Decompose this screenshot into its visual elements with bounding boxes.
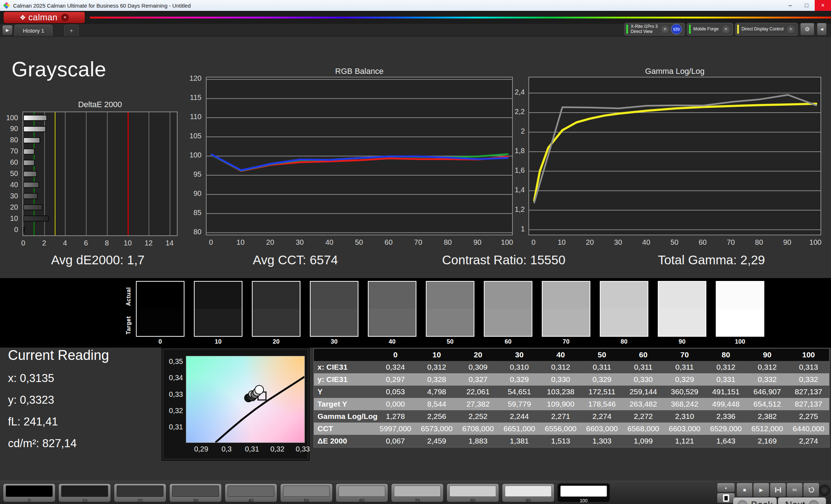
- probe-status-accent: [626, 25, 628, 34]
- table-cell: 263,482: [623, 400, 664, 408]
- table-cell: 2,272: [623, 412, 664, 421]
- table-cell: 1,883: [457, 437, 499, 445]
- swatch-70: [542, 281, 590, 337]
- deltae-bar-70: [23, 148, 35, 155]
- y-tick-label: 20: [0, 203, 18, 211]
- refresh-button[interactable]: [803, 483, 819, 497]
- current-reading-panel: Current Reading x: 0,3135 y: 0,3323 fL: …: [8, 348, 109, 459]
- actual-half: [253, 282, 300, 309]
- collapse-panel-button[interactable]: ◀: [817, 23, 827, 35]
- tab-history-1[interactable]: History 1: [14, 25, 53, 36]
- table-cell: 2,271: [540, 412, 581, 421]
- swatch-level-label: 30: [310, 338, 358, 345]
- x-tick-label: 100: [807, 238, 823, 247]
- back-button[interactable]: « Back: [733, 497, 777, 504]
- stop-button[interactable]: ■: [736, 483, 753, 497]
- table-cell: 172,511: [581, 387, 623, 396]
- swatch-level-label: 100: [716, 338, 764, 345]
- patch-button-30[interactable]: 30: [169, 483, 222, 502]
- swatch-level-label: 90: [658, 338, 706, 345]
- continuous-measure-button[interactable]: ∞: [786, 483, 803, 497]
- rgb-x-axis: 0102030405060708090100: [206, 238, 513, 248]
- target-line: [534, 104, 816, 201]
- measurement-point: [255, 386, 263, 394]
- play-icon: ▶: [6, 28, 9, 33]
- single-measure-button[interactable]: [770, 483, 786, 497]
- actual-half: [427, 282, 474, 309]
- pattern-window-icon: [723, 494, 729, 502]
- close-button[interactable]: ×: [815, 0, 831, 11]
- reading-y: y: 0,3323: [8, 394, 109, 407]
- target-half: [369, 309, 416, 336]
- maximize-button[interactable]: □: [798, 0, 815, 11]
- swatch-0: [136, 281, 184, 337]
- next-button[interactable]: Next »: [778, 497, 826, 504]
- chevron-down-icon: ▼: [61, 14, 69, 21]
- pattern-source-dropdown[interactable]: Mobile Forge ▼: [687, 23, 733, 35]
- patch-button-90[interactable]: 90: [502, 483, 554, 502]
- actual-half: [716, 282, 764, 309]
- patch-swatch: [61, 486, 108, 497]
- patch-button-70[interactable]: 70: [391, 483, 444, 502]
- table-cell: 1,513: [540, 437, 581, 445]
- display-control-dropdown[interactable]: Direct Display Control ▼: [735, 23, 798, 35]
- patch-button-20[interactable]: 20: [114, 483, 166, 502]
- patch-swatch: [449, 486, 496, 497]
- table-cell: 6708,000: [457, 424, 499, 433]
- patch-button-50[interactable]: 50: [280, 483, 333, 502]
- chevron-down-icon: ▼: [722, 25, 730, 33]
- table-cell: 1,381: [499, 437, 540, 445]
- patch-button-60[interactable]: 60: [336, 483, 388, 502]
- swatch-50: [426, 281, 474, 337]
- x-tick-label: 70: [410, 238, 426, 247]
- brand-bar: ❖ calman ▼: [0, 11, 831, 24]
- history-play-button[interactable]: ▶: [2, 25, 13, 35]
- settings-button[interactable]: ⚙: [800, 23, 814, 35]
- table-cell: 6529,000: [705, 424, 747, 433]
- add-tab-button[interactable]: +: [64, 25, 79, 36]
- x-tick-label: 60: [695, 238, 711, 247]
- patch-label: 10: [59, 498, 111, 503]
- patch-button-100[interactable]: 100: [557, 483, 610, 502]
- row-label: Gamma Log/Log: [314, 412, 375, 421]
- calman-logo-text: calman: [28, 12, 57, 22]
- patch-button-40[interactable]: 40: [225, 483, 277, 502]
- y-tick-label: 0,32: [165, 407, 183, 415]
- y-tick-label: 115: [181, 93, 201, 102]
- x-tick-label: 40: [321, 238, 337, 247]
- deltae-bar-0: [23, 227, 25, 233]
- table-cell: 0,331: [705, 375, 747, 384]
- swatch-level-label: 70: [542, 338, 590, 345]
- play-button[interactable]: ▶: [753, 483, 769, 497]
- row-label: x: CIE31: [314, 363, 375, 371]
- row-label: y: CIE31: [314, 375, 375, 384]
- reference-line-warning: [55, 112, 55, 235]
- x-tick-label: 0: [203, 238, 219, 247]
- deltae-x-axis: 02468101214: [22, 239, 178, 248]
- y-tick-label: 120: [181, 74, 201, 83]
- calman-menu-button[interactable]: ❖ calman ▼: [4, 12, 85, 23]
- infinity-icon: ∞: [792, 486, 797, 494]
- gridline: [65, 112, 66, 235]
- x-tick-label: 0,32: [268, 445, 287, 453]
- table-cell: 0,053: [375, 387, 416, 396]
- deltae-bar-20: [23, 204, 43, 210]
- x-tick-label: 90: [779, 238, 795, 247]
- chevrons-right-icon: »: [809, 500, 819, 504]
- row-label: ΔE 2000: [314, 437, 375, 445]
- probe-dropdown[interactable]: X-Rite i1Pro 3 Direct View ▼ 570: [624, 23, 685, 35]
- x-tick-label: 10: [554, 238, 570, 247]
- gridline: [149, 112, 149, 235]
- patch-button-10[interactable]: 10: [58, 483, 111, 502]
- record-button[interactable]: [819, 485, 830, 496]
- pattern-window-button[interactable]: [717, 493, 735, 503]
- patch-button-80[interactable]: 80: [446, 483, 499, 502]
- y-tick-label: 80: [0, 136, 18, 144]
- y-tick-label: 1: [506, 225, 525, 233]
- column-header: 100: [788, 350, 829, 359]
- patch-button-0[interactable]: 0: [3, 483, 55, 502]
- swatch-level-label: 50: [426, 338, 474, 345]
- minimize-button[interactable]: –: [782, 0, 798, 11]
- actual-half: [137, 282, 184, 309]
- toolbar-expand-button[interactable]: ▲: [717, 483, 735, 492]
